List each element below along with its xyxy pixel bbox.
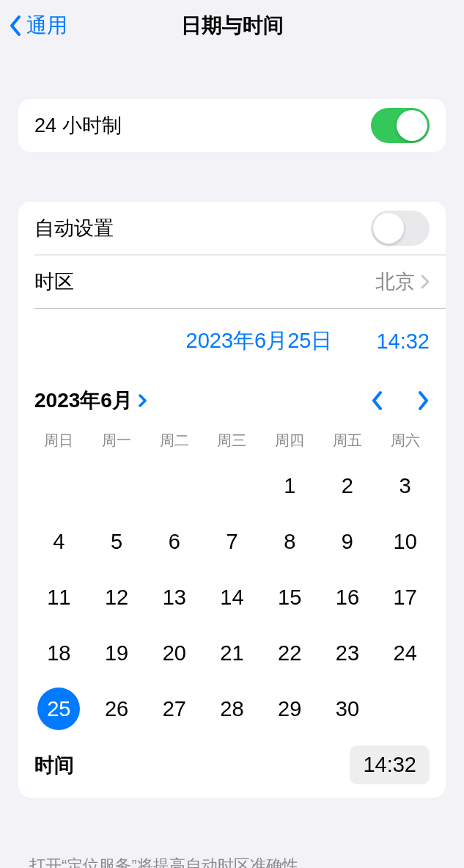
calendar-day-cell[interactable]: 6 xyxy=(145,514,203,569)
calendar-nav xyxy=(371,390,430,412)
calendar-day-cell[interactable]: 10 xyxy=(376,514,434,569)
footer-note: 打开“定位服务”将提高自动时区准确性。 xyxy=(0,847,464,868)
selected-day-marker: 25 xyxy=(37,688,80,730)
time-row: 时间 14:32 xyxy=(18,737,446,798)
calendar-day-cell[interactable]: 9 xyxy=(319,514,377,569)
calendar-week-row: 18192021222324 xyxy=(18,625,446,681)
calendar-week-row: 45678910 xyxy=(18,514,446,569)
time-label: 时间 xyxy=(34,752,350,778)
row-label: 自动设置 xyxy=(34,215,371,241)
prev-month-button[interactable] xyxy=(371,390,384,412)
weekday-header-row: 周日周一周二周三周四周五周六 xyxy=(18,422,446,458)
chevron-left-icon xyxy=(9,15,23,37)
calendar-day-cell[interactable]: 28 xyxy=(203,681,261,737)
calendar-day-cell[interactable]: 7 xyxy=(203,514,261,569)
calendar-day-cell[interactable]: 12 xyxy=(88,569,146,625)
calendar-grid: 1234567891011121314151617181920212223242… xyxy=(18,458,446,737)
nav-bar: 通用 日期与时间 xyxy=(0,0,464,51)
chevron-right-icon xyxy=(421,274,430,289)
calendar-day-cell[interactable]: 8 xyxy=(261,514,319,569)
weekday-label: 周三 xyxy=(203,422,261,458)
calendar-week-row: 11121314151617 xyxy=(18,569,446,625)
page-title: 日期与时间 xyxy=(0,12,464,40)
calendar-day-cell xyxy=(88,458,146,514)
calendar-day-cell[interactable]: 25 xyxy=(30,681,88,737)
back-label: 通用 xyxy=(26,12,67,40)
row-24-hour[interactable]: 24 小时制 xyxy=(18,99,446,152)
calendar-day-cell[interactable]: 3 xyxy=(376,458,434,514)
back-button[interactable]: 通用 xyxy=(9,12,67,40)
row-label: 时区 xyxy=(34,269,375,295)
calendar-day-cell[interactable]: 18 xyxy=(30,625,88,681)
row-timezone[interactable]: 时区 北京 xyxy=(18,255,446,308)
weekday-label: 周五 xyxy=(319,422,377,458)
calendar-day-cell[interactable]: 27 xyxy=(145,681,203,737)
calendar-day-cell[interactable]: 4 xyxy=(30,514,88,569)
calendar-day-cell[interactable]: 14 xyxy=(203,569,261,625)
next-month-button[interactable] xyxy=(416,390,430,412)
weekday-label: 周六 xyxy=(376,422,434,458)
calendar-day-cell xyxy=(376,681,434,737)
toggle-auto-set[interactable] xyxy=(371,211,430,246)
month-label: 2023年6月 xyxy=(34,387,133,415)
chevron-right-icon xyxy=(139,393,147,408)
weekday-label: 周四 xyxy=(261,422,319,458)
selected-date-button[interactable]: 2023年6月25日 xyxy=(186,327,333,356)
group-date-time: 自动设置 时区 北京 2023年6月25日 14:32 2023年6月 xyxy=(18,202,446,798)
calendar-week-row: 123 xyxy=(18,458,446,514)
calendar-day-cell[interactable]: 24 xyxy=(376,625,434,681)
calendar-day-cell[interactable]: 13 xyxy=(145,569,203,625)
calendar-day-cell[interactable]: 17 xyxy=(376,569,434,625)
toggle-knob xyxy=(373,213,404,244)
calendar-day-cell[interactable]: 21 xyxy=(203,625,261,681)
calendar-day-cell[interactable]: 19 xyxy=(88,625,146,681)
group-24-hour: 24 小时制 xyxy=(18,99,446,152)
calendar-day-cell xyxy=(30,458,88,514)
calendar-week-row: 252627282930 xyxy=(18,681,446,737)
calendar-day-cell[interactable]: 29 xyxy=(261,681,319,737)
weekday-label: 周二 xyxy=(145,422,203,458)
calendar-day-cell[interactable]: 11 xyxy=(30,569,88,625)
calendar-day-cell[interactable]: 5 xyxy=(88,514,146,569)
time-value-button[interactable]: 14:32 xyxy=(350,745,430,784)
month-picker-button[interactable]: 2023年6月 xyxy=(34,387,147,415)
calendar-day-cell[interactable]: 16 xyxy=(319,569,377,625)
calendar-day-cell[interactable]: 22 xyxy=(261,625,319,681)
row-label: 24 小时制 xyxy=(34,112,371,139)
calendar-header: 2023年6月 xyxy=(18,373,446,422)
calendar-day-cell[interactable]: 2 xyxy=(319,458,377,514)
calendar-day-cell[interactable]: 20 xyxy=(145,625,203,681)
weekday-label: 周日 xyxy=(30,422,88,458)
toggle-24-hour[interactable] xyxy=(371,108,430,143)
row-selected-datetime: 2023年6月25日 14:32 xyxy=(18,309,446,373)
calendar-day-cell[interactable]: 23 xyxy=(319,625,377,681)
timezone-value: 北京 xyxy=(375,269,415,295)
weekday-label: 周一 xyxy=(88,422,146,458)
calendar-day-cell[interactable]: 15 xyxy=(261,569,319,625)
calendar-day-cell[interactable]: 26 xyxy=(88,681,146,737)
toggle-knob xyxy=(397,110,427,141)
row-auto-set[interactable]: 自动设置 xyxy=(18,202,446,255)
calendar-day-cell xyxy=(145,458,203,514)
calendar-day-cell[interactable]: 1 xyxy=(261,458,319,514)
selected-time-button[interactable]: 14:32 xyxy=(376,329,430,354)
calendar-day-cell xyxy=(203,458,261,514)
calendar-day-cell[interactable]: 30 xyxy=(319,681,377,737)
